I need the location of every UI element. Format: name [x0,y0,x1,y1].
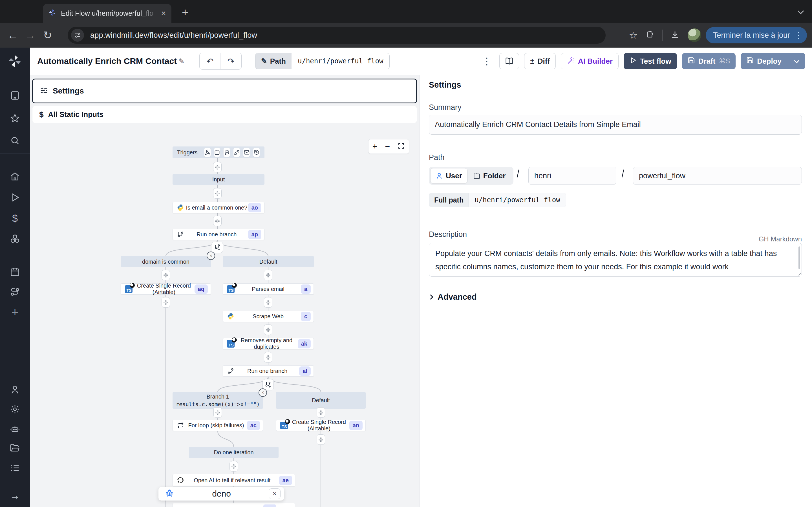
flow-settings-node[interactable]: Settings [32,78,417,103]
step-create-record-aq[interactable]: TS Create Single Record (Airtable) aq [121,283,211,295]
advanced-section-toggle[interactable]: Advanced [429,292,477,302]
sidebar-item-runs[interactable] [0,192,30,203]
step-create-record-an[interactable]: TS Create Single Record (Airtable) an [276,420,366,431]
extensions-icon[interactable] [642,31,658,40]
step-openai-relevant[interactable]: Open AI to tell if relevant result ae [172,474,295,487]
sidebar-item-variables[interactable]: $ [0,213,30,224]
docs-button[interactable] [499,53,519,69]
schedule-icon[interactable] [214,148,221,157]
profile-avatar[interactable] [688,29,701,42]
summary-input[interactable]: Automatically Enrich CRM Contact Details… [429,115,802,135]
test-flow-button[interactable]: Test flow [624,53,677,69]
url-bar[interactable]: app.windmill.dev/flows/edit/u/henri/powe… [68,27,606,44]
textarea-resize-handle[interactable] [797,272,801,276]
remove-branch-icon[interactable]: × [259,388,267,397]
description-textarea[interactable]: Populate your CRM contacts' details from… [429,243,802,277]
step-for-loop[interactable]: For loop (skip failures) ac [172,420,263,431]
insert-step-button[interactable] [161,270,170,280]
edit-title-icon[interactable]: ✎ [179,57,185,66]
flow-name-input[interactable]: powerful_flow [633,167,802,185]
branch-default-2[interactable]: Default [276,392,366,409]
browser-menu-icon[interactable]: ⋮ [795,31,803,40]
webhook-icon[interactable] [204,148,211,157]
sidebar-item-settings[interactable] [0,404,30,414]
do-one-iteration-node[interactable]: Do one iteration [189,447,278,458]
sidebar-item-search[interactable] [0,135,30,146]
path-chip[interactable]: ✎ Path u/henri/powerful_flow [255,53,390,69]
forward-icon[interactable]: → [21,29,39,41]
insert-step-button[interactable] [317,407,325,418]
owner-input[interactable]: henri [528,167,616,185]
triggers-node[interactable]: Triggers [172,147,264,158]
branch-domain-is-common[interactable]: domain is common [121,256,211,267]
email-trigger-icon[interactable] [243,148,250,157]
draft-button[interactable]: Draft ⌘S [682,53,736,69]
flow-title[interactable]: Automatically Enrich CRM Contact [37,56,177,66]
insert-step-button[interactable] [213,407,222,418]
back-icon[interactable]: ← [4,29,21,41]
sidebar-item-users[interactable] [0,385,30,395]
tab-search-icon[interactable] [795,6,807,18]
folder-toggle[interactable]: Folder [468,168,511,183]
insert-step-button[interactable] [264,352,272,362]
branch-default-1[interactable]: Default [223,256,314,267]
step-parses-email[interactable]: TS Parses email a [223,283,314,295]
user-toggle[interactable]: User [430,168,467,183]
redo-button[interactable]: ↷ [220,53,241,69]
add-branch-icon[interactable] [212,242,223,253]
route-icon[interactable] [223,148,231,157]
diff-button[interactable]: ± Diff [524,53,556,69]
sidebar-item-schedules[interactable] [0,267,30,277]
site-settings-icon[interactable] [71,29,84,42]
input-node[interactable]: Input [172,174,264,185]
tab-close-icon[interactable]: × [161,9,166,17]
insert-step-button[interactable] [213,216,221,226]
insert-step-button[interactable] [264,297,272,307]
browser-update-button[interactable]: Terminer la mise à jour ⋮ [706,27,807,43]
insert-step-button[interactable] [230,461,238,471]
sidebar-item-resources[interactable] [0,233,30,244]
deno-popup[interactable]: deno × [158,487,284,501]
poll-icon[interactable] [253,148,260,157]
sidebar-expand-icon[interactable]: → [0,490,30,502]
remove-branch-icon[interactable]: × [207,251,215,260]
new-tab-icon[interactable]: + [182,6,188,19]
sidebar-item-workers[interactable] [0,424,30,434]
zoom-out-icon[interactable]: − [385,142,390,151]
textarea-scrollbar[interactable] [799,246,800,269]
deno-close-icon[interactable]: × [269,489,281,499]
branch-1-header[interactable]: Branch 1 results.c.some((x)=>x!="") [172,392,263,409]
deploy-button[interactable]: Deploy [741,53,805,69]
fullscreen-icon[interactable] [398,142,405,151]
windmill-logo[interactable] [7,54,22,69]
deploy-dropdown-icon[interactable] [794,58,799,63]
insert-step-button[interactable] [161,297,170,307]
sidebar-item-folders[interactable] [0,443,30,453]
zoom-in-icon[interactable]: + [372,142,377,151]
step-partial-bottom[interactable] [172,503,295,507]
bookmark-star-icon[interactable]: ☆ [624,30,642,41]
insert-step-button[interactable] [213,188,221,199]
sidebar-item-workspace[interactable] [0,91,30,101]
step-run-one-branch-1[interactable]: Run one branch ap [172,229,264,240]
more-options-icon[interactable]: ⋮ [482,55,492,67]
undo-button[interactable]: ↶ [200,53,220,69]
sidebar-item-logs[interactable] [0,463,30,473]
browser-tab[interactable]: Edit Flow u/henri/powerful_flo × [43,4,171,23]
download-icon[interactable] [667,31,683,40]
reload-icon[interactable]: ↻ [39,29,56,41]
sidebar-item-favorites[interactable] [0,113,30,123]
sidebar-item-triggers[interactable] [0,287,30,297]
sidebar-item-add[interactable]: + [0,305,30,319]
insert-step-button[interactable] [213,162,221,172]
websocket-icon[interactable] [233,148,240,157]
insert-step-button[interactable] [317,434,325,445]
step-removes-empty[interactable]: TS Removes empty and duplicates ak [223,338,314,349]
step-run-one-branch-2[interactable]: Run one branch al [223,365,314,377]
ai-builder-button[interactable]: AI Builder [561,53,619,69]
insert-step-button[interactable] [264,325,272,335]
step-is-email-common[interactable]: Is email a common one? ao [172,202,264,213]
step-scrape-web[interactable]: Scrape Web c [223,311,314,322]
all-static-inputs-node[interactable]: $ All Static Inputs [32,106,417,123]
insert-step-button[interactable] [264,270,272,280]
